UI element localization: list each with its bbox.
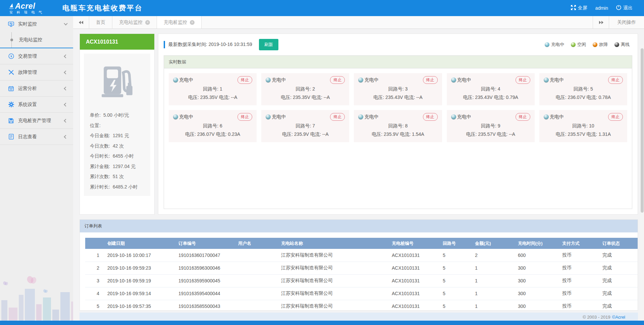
- user-menu[interactable]: admin: [593, 5, 611, 11]
- charging-status-label: 充电中: [272, 77, 286, 83]
- voltage-current: 电压: 236.07V 电流: 0.23A: [173, 131, 252, 138]
- status-legend: 充电中空闲故障离线: [545, 42, 632, 48]
- app-header: Acrel 安 科 瑞 电 气 电瓶车充电桩收费平台 全屏 admin: [0, 0, 644, 16]
- status-orb-icon: [593, 42, 597, 47]
- sidebar-item-日志查看[interactable]: 日志查看: [0, 129, 73, 145]
- sidebar-item-实时监控[interactable]: 实时监控: [0, 16, 73, 32]
- table-cell: 完成: [600, 262, 638, 274]
- circuit-card-header: 充电中终止: [544, 76, 623, 84]
- table-cell: 投币: [559, 274, 600, 287]
- stat-value: 6485.2 小时: [113, 182, 138, 192]
- circuit-number: 回路号: 5: [544, 86, 623, 92]
- sidebar-group: ¥交易管理: [0, 48, 73, 64]
- voltage-current: 电压: 235.43V 电流: 0.79A: [451, 95, 530, 101]
- terminate-button[interactable]: 终止: [423, 76, 438, 84]
- terminate-button[interactable]: 终止: [516, 113, 530, 121]
- scrollbar-track[interactable]: [640, 45, 644, 325]
- sidebar-item-充电桩资产管理[interactable]: 充电桩资产管理: [0, 113, 73, 129]
- legend-label: 故障: [599, 42, 608, 48]
- circuit-card: 充电中终止回路号: 3电压: 235.43V 电流: --A: [354, 73, 442, 105]
- charging-status-orb-icon: [544, 114, 549, 119]
- table-cell: ACX1010131: [389, 300, 440, 311]
- sidebar-item-故障管理[interactable]: 故障管理: [0, 64, 73, 80]
- scrollbar-thumb[interactable]: [641, 48, 644, 213]
- tab-close-icon[interactable]: ×: [190, 20, 195, 25]
- sidebar-group: 实时监控充电站监控: [0, 16, 73, 48]
- terminate-button[interactable]: 终止: [423, 113, 438, 121]
- tab-充电桩监控[interactable]: 充电桩监控×: [157, 16, 202, 29]
- sidebar-item-运营分析[interactable]: 运营分析: [0, 80, 73, 97]
- sidebar-item-label: 充电桩资产管理: [18, 118, 51, 124]
- sidebar-item-label: 实时监控: [18, 21, 37, 27]
- sidebar-group: 系统设置: [0, 97, 73, 113]
- station-stat-row: 位置:: [84, 120, 150, 131]
- tabs-scroll-right-button[interactable]: [593, 16, 609, 29]
- table-row[interactable]: 42019-10-16 09:59:141910163595400044江苏安科…: [85, 287, 638, 300]
- table-row[interactable]: 22019-10-16 09:59:231910163596300046江苏安科…: [85, 262, 638, 274]
- orders-column-header: 订单编号: [176, 238, 235, 249]
- terminate-button[interactable]: 终止: [330, 113, 345, 121]
- circuit-card: 充电中终止回路号: 1电压: 235.35V 电流: --A: [169, 73, 257, 105]
- accent-bar: [164, 41, 165, 48]
- tab-label: 充电桩监控: [164, 19, 187, 25]
- orders-column-header: 支付方式: [559, 238, 600, 249]
- brand-link[interactable]: ©Acrel: [612, 315, 625, 320]
- tab-首页[interactable]: 首页: [89, 16, 112, 29]
- logout-button[interactable]: 退出: [613, 5, 635, 11]
- fullscreen-button[interactable]: 全屏: [568, 5, 590, 11]
- stat-value: 1291 元: [113, 130, 129, 141]
- tab-充电站监控[interactable]: 充电站监控×: [112, 16, 157, 29]
- analysis-icon: [7, 86, 15, 91]
- orders-column-header: 用户名: [235, 238, 278, 249]
- tab-close-icon[interactable]: ×: [145, 20, 150, 25]
- table-cell: 1: [472, 262, 515, 274]
- circuit-number: 回路号: 9: [451, 123, 530, 129]
- table-cell: 1: [472, 274, 515, 287]
- fullscreen-icon: [571, 5, 576, 11]
- charging-status-label: 充电中: [364, 114, 378, 120]
- close-operations-button[interactable]: 关闭操作: [609, 16, 644, 29]
- logout-icon: [616, 5, 621, 11]
- charging-status-label: 充电中: [179, 114, 193, 120]
- circuit-card-header: 充电中终止: [451, 113, 530, 121]
- collect-time-label: 最新数据采集时间:: [168, 42, 207, 47]
- sidebar-group: 充电桩资产管理: [0, 113, 73, 129]
- circuit-number: 回路号: 1: [173, 86, 252, 92]
- circuit-number: 回路号: 7: [266, 123, 345, 129]
- butterfly-decoration: [43, 289, 48, 294]
- terminate-button[interactable]: 终止: [237, 113, 252, 121]
- terminate-button[interactable]: 终止: [608, 76, 623, 84]
- terminate-button[interactable]: 终止: [330, 76, 345, 84]
- sidebar-item-系统设置[interactable]: 系统设置: [0, 97, 73, 113]
- orders-column-header: 回路号: [440, 238, 472, 249]
- tab-list: 首页充电站监控×充电桩监控×: [89, 16, 202, 29]
- terminate-button[interactable]: 终止: [608, 113, 623, 121]
- sidebar-subitem-充电站监控[interactable]: 充电站监控: [0, 32, 73, 48]
- terminate-button[interactable]: 终止: [237, 76, 252, 84]
- building-silhouette: [52, 310, 59, 321]
- table-row[interactable]: 32019-10-16 09:59:191910163595900045江苏安科…: [85, 274, 638, 287]
- sail-logo-icon: [9, 3, 14, 10]
- stat-label: 今日时长:: [90, 151, 110, 161]
- table-row[interactable]: 12019-10-16 10:00:171910163601700047江苏安科…: [85, 249, 638, 262]
- table-cell: 5: [440, 287, 472, 300]
- orders-column-header: 创建日期: [105, 238, 176, 249]
- realtime-data-panel: 实时数据 充电中终止回路号: 1电压: 235.35V 电流: --A充电中终止…: [164, 55, 632, 209]
- circuit-card-header: 充电中终止: [358, 76, 437, 84]
- voltage-current: 电压: 235.43V 电流: --A: [358, 95, 437, 101]
- station-stat-row: 今日时长:6455 小时: [84, 151, 150, 161]
- circuit-card-grid: 充电中终止回路号: 1电压: 235.35V 电流: --A充电中终止回路号: …: [169, 73, 627, 142]
- stat-value: 1297.04 元: [113, 161, 136, 172]
- circuit-card-header: 充电中终止: [266, 76, 345, 84]
- charging-status-orb-icon: [266, 114, 271, 119]
- sidebar-item-交易管理[interactable]: ¥交易管理: [0, 48, 73, 64]
- tabs-scroll-left-button[interactable]: [73, 16, 89, 29]
- building-silhouette: [1, 300, 7, 321]
- terminate-button[interactable]: 终止: [516, 76, 530, 84]
- table-row[interactable]: 52019-10-16 09:57:351910163585500043江苏安科…: [85, 300, 638, 311]
- voltage-current: 电压: 235.9V 电流: --A: [266, 131, 345, 138]
- refresh-button[interactable]: 刷新: [259, 39, 278, 50]
- status-orb-icon: [614, 42, 619, 47]
- circuit-number: 回路号: 8: [358, 123, 437, 129]
- chevron-left-icon: [64, 119, 67, 122]
